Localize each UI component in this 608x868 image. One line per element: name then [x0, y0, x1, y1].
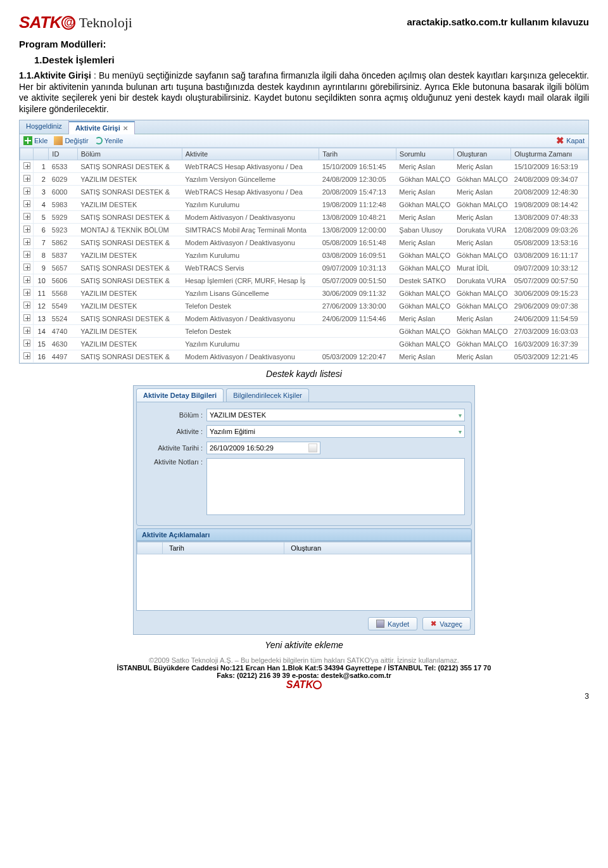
cell-olusturma-zamani: 24/08/2009 09:34:07: [511, 173, 588, 186]
cell-bolum: SATIŞ SONRASI DESTEK &: [77, 236, 182, 249]
expand-icon[interactable]: [23, 302, 30, 309]
cell-olusturan: Gökhan MALÇO: [453, 325, 511, 338]
col-id[interactable]: ID: [49, 148, 77, 160]
expand-icon[interactable]: [23, 226, 30, 233]
calendar-icon: [308, 444, 317, 452]
cell-olusturma-zamani: 09/07/2009 10:33:12: [511, 262, 588, 274]
table-row[interactable]: 16533SATIŞ SONRASI DESTEK &WebTRACS Hesa…: [20, 160, 588, 173]
table-row[interactable]: 105606SATIŞ SONRASI DESTEK &Hesap İşleml…: [20, 274, 588, 287]
table-row[interactable]: 164497SATIŞ SONRASI DESTEK &Modem Aktiva…: [20, 350, 588, 363]
close-button[interactable]: ✖ Kapat: [556, 137, 585, 144]
table-row[interactable]: 55929SATIŞ SONRASI DESTEK &Modem Aktivas…: [20, 211, 588, 224]
expand-icon[interactable]: [23, 213, 30, 220]
expand-icon[interactable]: [23, 264, 30, 271]
page-number: 3: [19, 692, 589, 701]
date-aktivite-tarihi[interactable]: 26/10/2009 16:50:29: [206, 442, 320, 454]
cell-sorumlu: Gökhan MALÇO: [396, 262, 453, 274]
table-row[interactable]: 144740YAZILIM DESTEKTelefon DestekGökhan…: [20, 325, 588, 338]
expand-icon[interactable]: [23, 200, 30, 207]
tab-notified-people[interactable]: Bilgilendirilecek Kişiler: [226, 388, 309, 402]
expand-icon[interactable]: [23, 276, 30, 283]
cell-sorumlu: Şaban Ulusoy: [396, 224, 453, 236]
add-button[interactable]: Ekle: [23, 136, 48, 145]
expand-icon[interactable]: [23, 289, 30, 296]
footer-copyright: ©2009 Satko Teknoloji A.Ş. – Bu belgedek…: [19, 656, 589, 664]
cell-olusturan: Dorukata VURA: [453, 224, 511, 236]
table-row[interactable]: 85837YAZILIM DESTEKYazılım Kurulumu03/08…: [20, 249, 588, 262]
table-row[interactable]: 125549YAZILIM DESTEKTelefon Destek27/06/…: [20, 300, 588, 312]
doc-title-right: aractakip.satko.com.tr kullanım kılavuzu: [407, 16, 589, 27]
cell-id: 6533: [49, 160, 77, 173]
cell-id: 4740: [49, 325, 77, 338]
col-sorumlu[interactable]: Sorumlu: [396, 148, 453, 160]
cell-sorumlu: Gökhan MALÇO: [396, 249, 453, 262]
table-row[interactable]: 135524SATIŞ SONRASI DESTEK &Modem Aktiva…: [20, 312, 588, 325]
textarea-aktivite-notlari[interactable]: [206, 458, 465, 515]
table-row[interactable]: 26029YAZILIM DESTEKYazılım Versiyon Günc…: [20, 173, 588, 186]
save-button[interactable]: Kaydet: [368, 617, 417, 630]
cell-rownum: 16: [33, 350, 49, 363]
cell-olusturan: Murat İDİL: [453, 262, 511, 274]
footer-address-1: İSTANBUL Büyükdere Caddesi No:121 Ercan …: [19, 664, 589, 672]
cell-sorumlu: Meriç Aslan: [396, 186, 453, 198]
activity-table: ID Bölüm Aktivite Tarih Sorumlu Oluştura…: [20, 148, 588, 363]
table-row[interactable]: 36000SATIŞ SONRASI DESTEK &WebTRACS Hesa…: [20, 186, 588, 198]
cell-sorumlu: Destek SATKO: [396, 274, 453, 287]
cell-aktivite: Yazılım Lisans Güncelleme: [182, 287, 319, 300]
cell-olusturan: Gökhan MALÇO: [453, 173, 511, 186]
table-row[interactable]: 154630YAZILIM DESTEKYazılım KurulumuGökh…: [20, 338, 588, 350]
col-tarih[interactable]: Tarih: [319, 148, 396, 160]
cell-aktivite: WebTRACS Hesap Aktivasyonu / Dea: [182, 186, 319, 198]
tab-detail-info[interactable]: Aktivite Detay Bilgileri: [136, 388, 224, 402]
expand-icon[interactable]: [23, 162, 30, 169]
col-tarih[interactable]: Tarih: [163, 542, 284, 554]
expand-icon[interactable]: [23, 238, 30, 245]
app-toolbar: Ekle Değiştir Yenile ✖ Kapat: [20, 134, 588, 148]
cell-bolum: MONTAJ & TEKNİK BÖLÜM: [77, 224, 182, 236]
expand-icon[interactable]: [23, 175, 30, 182]
col-olusturan[interactable]: Oluşturan: [284, 542, 471, 554]
col-aktivite[interactable]: Aktivite: [182, 148, 319, 160]
logo: SATK Teknoloji: [19, 13, 132, 32]
cell-id: 5568: [49, 287, 77, 300]
cell-sorumlu: Meriç Aslan: [396, 236, 453, 249]
cell-olusturan: Gökhan MALÇO: [453, 198, 511, 211]
cell-sorumlu: Gökhan MALÇO: [396, 287, 453, 300]
expand-icon[interactable]: [23, 188, 30, 195]
cancel-button[interactable]: ✖ Vazgeç: [422, 617, 471, 630]
table-row[interactable]: 45983YAZILIM DESTEKYazılım Kurulumu19/08…: [20, 198, 588, 211]
close-icon[interactable]: ✕: [123, 125, 128, 132]
cell-aktivite: Yazılım Kurulumu: [182, 249, 319, 262]
cell-id: 5929: [49, 211, 77, 224]
edit-button[interactable]: Değiştir: [54, 136, 88, 145]
expand-icon[interactable]: [23, 327, 30, 334]
expand-icon[interactable]: [23, 314, 30, 321]
cell-aktivite: WebTRACS Servis: [182, 262, 319, 274]
expand-icon[interactable]: [23, 352, 30, 359]
select-bolum[interactable]: YAZILIM DESTEK▾: [206, 409, 465, 421]
tab-activity-entry[interactable]: Aktivite Girişi✕: [69, 121, 135, 134]
subsection-1: 1.Destek İşlemleri: [34, 54, 589, 65]
expand-icon[interactable]: [23, 251, 30, 258]
refresh-button[interactable]: Yenile: [95, 137, 124, 144]
col-olusturan[interactable]: Oluşturan: [453, 148, 511, 160]
cell-bolum: SATIŞ SONRASI DESTEK &: [77, 211, 182, 224]
select-aktivite[interactable]: Yazılım Eğitimi▾: [206, 425, 465, 438]
cell-id: 5657: [49, 262, 77, 274]
cell-olusturma-zamani: 30/06/2009 09:15:23: [511, 287, 588, 300]
col-olusturma-zamani[interactable]: Oluşturma Zamanı: [511, 148, 588, 160]
aciklama-table: Tarih Oluşturan: [136, 541, 472, 611]
cell-tarih: 03/08/2009 16:09:51: [319, 249, 396, 262]
cell-rownum: 6: [33, 224, 49, 236]
cell-olusturan: Meriç Aslan: [453, 160, 511, 173]
table-row[interactable]: 115568YAZILIM DESTEKYazılım Lisans Günce…: [20, 287, 588, 300]
cell-aktivite: Hesap İşlemleri (CRF, MURF, Hesap İş: [182, 274, 319, 287]
cell-bolum: YAZILIM DESTEK: [77, 173, 182, 186]
tab-welcome[interactable]: Hoşgeldiniz: [20, 120, 69, 134]
expand-icon[interactable]: [23, 340, 30, 347]
table-row[interactable]: 75862SATIŞ SONRASI DESTEK &Modem Aktivas…: [20, 236, 588, 249]
table-row[interactable]: 95657SATIŞ SONRASI DESTEK &WebTRACS Serv…: [20, 262, 588, 274]
col-bolum[interactable]: Bölüm: [77, 148, 182, 160]
table-row[interactable]: 65923MONTAJ & TEKNİK BÖLÜMSIMTRACS Mobil…: [20, 224, 588, 236]
cell-olusturan: Gökhan MALÇO: [453, 287, 511, 300]
